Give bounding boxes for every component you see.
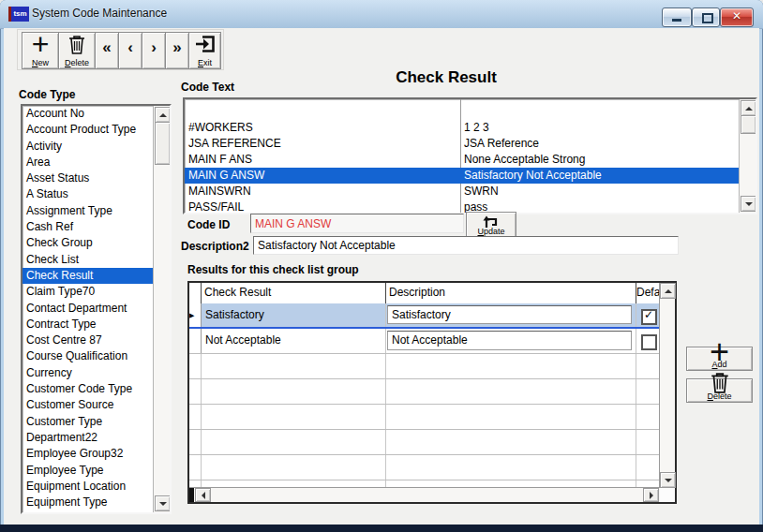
new-button-label: New [22, 58, 58, 67]
code-type-item[interactable]: Contract Type [22, 317, 154, 332]
results-row-empty[interactable] [189, 354, 660, 379]
triangle-right-icon [650, 492, 657, 499]
code-type-items: Account NoAccount Product TypeActivityAr… [22, 106, 154, 512]
delete-button-label: Delete [59, 58, 95, 67]
new-button[interactable]: New [22, 32, 59, 69]
code-type-item[interactable]: A Status [22, 186, 154, 202]
code-type-item[interactable]: Check Result [22, 268, 154, 284]
scroll-down-button[interactable] [660, 472, 676, 488]
code-text-row[interactable]: #WORKERS1 2 3 [185, 120, 740, 136]
code-text-code: JSA REFERENCE [188, 136, 281, 152]
scrollbar-corner [660, 488, 675, 502]
code-type-item[interactable]: Area [22, 155, 154, 170]
scroll-up-button[interactable] [660, 283, 676, 299]
description-cell[interactable]: Satisfactory [385, 303, 636, 327]
minimize-icon [672, 19, 681, 22]
check-result-cell[interactable]: Not Acceptable [202, 329, 389, 353]
update-button[interactable]: Update [466, 212, 516, 239]
code-type-item[interactable]: Claim Type70 [22, 284, 154, 300]
description-input[interactable] [253, 236, 679, 255]
scroll-down-button[interactable] [741, 196, 756, 212]
code-text-row[interactable]: MAIN G ANSWSatisfactory Not Acceptable [185, 168, 740, 184]
results-row-empty[interactable] [189, 405, 660, 430]
row-selector[interactable]: ▶ [189, 303, 202, 327]
code-type-item[interactable]: Cash Ref [22, 219, 154, 235]
scroll-up-button[interactable] [155, 107, 171, 123]
delete-button[interactable]: Delete [58, 32, 96, 69]
code-type-item[interactable]: Currency [22, 365, 154, 381]
code-type-item[interactable]: Contact Department [22, 301, 154, 317]
previous-record-button[interactable]: ‹ [118, 32, 142, 69]
code-type-item[interactable]: Customer Type [22, 414, 154, 430]
description-editor[interactable]: Satisfactory [387, 305, 632, 324]
scroll-thumb[interactable] [741, 115, 756, 134]
code-type-item[interactable]: Check Group [22, 235, 154, 251]
description-editor[interactable]: Not Acceptable [387, 331, 632, 350]
row-selector [189, 379, 202, 404]
results-table-header: Check Result Description Default [189, 283, 675, 304]
code-type-item[interactable]: Employee Type [22, 463, 154, 479]
default-checkbox[interactable] [641, 309, 657, 325]
exit-button-label: Exit [189, 58, 220, 67]
code-text-row[interactable]: PASS/FAILpass [185, 200, 740, 213]
results-vertical-scrollbar[interactable] [659, 283, 675, 488]
code-text-code: MAINSWRN [188, 184, 251, 200]
code-type-label: Code Type [19, 88, 75, 101]
code-id-input[interactable] [250, 214, 464, 233]
delete-row-button[interactable]: Delete [686, 378, 753, 403]
results-row-empty[interactable] [189, 379, 660, 405]
code-text-row[interactable]: JSA REFERENCEJSA Reference [185, 136, 740, 152]
code-text-row[interactable]: MAINSWRNSWRN [185, 184, 740, 200]
results-row[interactable]: Not AcceptableNot Acceptable [189, 329, 660, 354]
results-row-empty[interactable] [189, 455, 660, 480]
code-type-item[interactable]: Customer Source [22, 397, 154, 413]
code-type-item[interactable]: Department22 [22, 430, 154, 446]
last-record-button[interactable]: » [165, 32, 189, 69]
code-text-scrollbar[interactable] [739, 99, 756, 213]
close-button[interactable]: ✕ [720, 7, 754, 27]
code-text-row[interactable]: MAIN F ANSNone Acceptable Strong [185, 152, 740, 168]
results-table: Check Result Description Default ▶Satisf… [187, 281, 677, 504]
code-type-item[interactable]: Cost Centre 87 [22, 332, 154, 348]
code-type-item[interactable]: Course Qualification [22, 348, 154, 364]
code-type-item[interactable]: Customer Code Type [22, 381, 154, 397]
code-type-item[interactable]: Check List [22, 252, 154, 268]
code-type-item[interactable]: Employee Group32 [22, 446, 154, 462]
code-type-item[interactable]: Activity [22, 139, 154, 155]
code-type-item[interactable]: Asset Status [22, 170, 154, 186]
scroll-thumb[interactable] [155, 122, 171, 165]
code-type-item[interactable]: Account Product Type [22, 122, 154, 138]
code-type-scrollbar[interactable] [153, 106, 170, 512]
triangle-up-icon [745, 103, 753, 111]
code-text-code: PASS/FAIL [188, 200, 244, 213]
results-row[interactable]: ▶SatisfactorySatisfactory [189, 303, 660, 329]
exit-button[interactable]: Exit [188, 32, 221, 69]
code-type-item[interactable]: Equipment Location [22, 479, 154, 495]
maximize-button[interactable] [692, 7, 720, 27]
minimize-button[interactable] [662, 7, 692, 27]
row-selector[interactable] [189, 329, 202, 353]
results-horizontal-scrollbar[interactable] [189, 487, 660, 502]
triangle-up-icon [665, 286, 672, 293]
code-type-item[interactable]: Equipment Type [22, 495, 154, 510]
check-result-cell[interactable]: Satisfactory [202, 303, 389, 327]
scroll-down-button[interactable] [155, 495, 171, 511]
first-record-button[interactable]: « [95, 32, 119, 69]
row-selector [189, 405, 202, 429]
add-row-button[interactable]: Add [686, 347, 753, 371]
code-type-item[interactable]: Assignment Type [22, 203, 154, 219]
plus-icon [22, 32, 58, 56]
code-type-item[interactable]: Fault Code 59 [22, 510, 154, 512]
next-record-button[interactable]: › [142, 32, 166, 69]
update-button-label: Update [467, 227, 516, 236]
description-cell[interactable]: Not Acceptable [385, 329, 636, 353]
results-row-empty[interactable] [189, 430, 660, 455]
default-checkbox[interactable] [641, 334, 657, 350]
scroll-left-button[interactable] [195, 488, 211, 502]
code-text-code: MAIN F ANS [188, 152, 252, 168]
default-cell [636, 329, 660, 353]
scroll-up-button[interactable] [741, 100, 756, 116]
code-type-item[interactable]: Account No [22, 106, 154, 122]
scroll-right-button[interactable] [643, 488, 659, 502]
triangle-up-icon [159, 110, 167, 117]
